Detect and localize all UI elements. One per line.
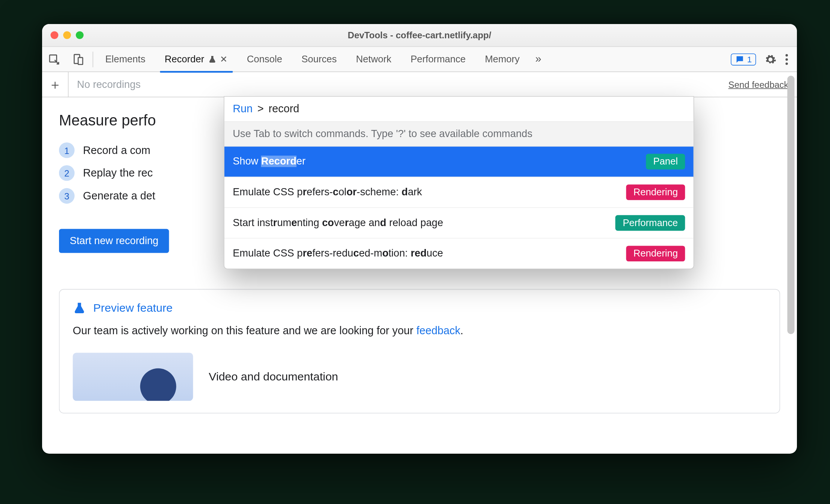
command-item-tag: Rendering: [626, 184, 685, 200]
device-toolbar-icon[interactable]: [66, 53, 90, 65]
send-feedback-link[interactable]: Send feedback: [728, 79, 788, 89]
command-palette: Run >record Use Tab to switch commands. …: [224, 96, 694, 269]
inspect-element-icon[interactable]: [42, 53, 66, 65]
messages-count: 1: [747, 54, 752, 64]
command-prefix: >: [257, 103, 264, 116]
recordings-dropdown[interactable]: No recordings: [68, 78, 149, 91]
step-number-3: 3: [59, 188, 75, 204]
command-item[interactable]: Emulate CSS prefers-reduced-motion: redu…: [224, 238, 694, 269]
svg-point-4: [786, 58, 788, 60]
recorder-subbar: ＋ No recordings Send feedback: [42, 72, 797, 97]
tab-sources[interactable]: Sources: [292, 47, 346, 72]
panel-tabs: Elements Recorder ✕ Console Sources Netw…: [95, 47, 547, 72]
video-thumbnail[interactable]: [73, 353, 193, 401]
tab-memory[interactable]: Memory: [475, 47, 529, 72]
devtools-window: DevTools - coffee-cart.netlify.app/ Elem…: [42, 24, 797, 454]
svg-rect-2: [78, 57, 83, 64]
command-input-row[interactable]: Run >record: [224, 97, 694, 122]
command-item[interactable]: Show RecorderPanel: [224, 146, 694, 177]
command-item-tag: Performance: [615, 215, 685, 231]
command-item-tag: Panel: [646, 154, 685, 170]
flask-icon: [208, 55, 216, 63]
console-messages-badge[interactable]: 1: [731, 53, 756, 65]
tab-performance[interactable]: Performance: [401, 47, 476, 72]
vertical-scrollbar[interactable]: [787, 76, 794, 450]
step-number-1: 1: [59, 142, 75, 158]
command-item-label: Start instrumenting coverage and reload …: [233, 217, 443, 229]
command-item-label: Emulate CSS prefers-color-scheme: dark: [233, 186, 422, 198]
step-text-3: Generate a det: [83, 190, 155, 202]
mac-titlebar: DevTools - coffee-cart.netlify.app/: [42, 24, 797, 47]
step-text-1: Record a com: [83, 144, 150, 157]
more-menu-icon[interactable]: [785, 53, 789, 65]
command-item-tag: Rendering: [626, 246, 685, 261]
window-title: DevTools - coffee-cart.netlify.app/: [42, 30, 797, 40]
preview-feature-card: Preview feature Our team is actively wor…: [59, 289, 780, 413]
tab-network[interactable]: Network: [346, 47, 401, 72]
preview-feature-text: Our team is actively working on this fea…: [73, 324, 766, 337]
new-recording-icon[interactable]: ＋: [42, 72, 68, 97]
settings-gear-icon[interactable]: [765, 53, 777, 65]
command-query: record: [268, 103, 299, 116]
preview-feature-title: Preview feature: [93, 302, 173, 315]
more-tabs-icon[interactable]: »: [529, 53, 547, 66]
step-number-2: 2: [59, 165, 75, 181]
doc-title: Video and documentation: [209, 370, 338, 383]
command-mode-label: Run: [233, 103, 253, 116]
flask-icon: [73, 302, 86, 315]
svg-point-3: [786, 54, 788, 56]
feedback-link[interactable]: feedback: [417, 324, 460, 337]
svg-point-5: [786, 62, 788, 65]
tab-recorder[interactable]: Recorder ✕: [155, 47, 237, 72]
step-text-2: Replay the rec: [83, 167, 153, 180]
scrollbar-thumb[interactable]: [787, 76, 794, 334]
tab-console[interactable]: Console: [237, 47, 292, 72]
command-hint: Use Tab to switch commands. Type '?' to …: [224, 122, 694, 147]
start-new-recording-button[interactable]: Start new recording: [59, 229, 169, 253]
command-item[interactable]: Start instrumenting coverage and reload …: [224, 208, 694, 239]
command-item-label: Emulate CSS prefers-reduced-motion: redu…: [233, 247, 443, 260]
command-item[interactable]: Emulate CSS prefers-color-scheme: darkRe…: [224, 177, 694, 208]
devtools-toolbar: Elements Recorder ✕ Console Sources Netw…: [42, 47, 797, 72]
close-tab-icon[interactable]: ✕: [220, 54, 228, 65]
tab-elements[interactable]: Elements: [95, 47, 155, 72]
command-item-label: Show Recorder: [233, 155, 306, 167]
